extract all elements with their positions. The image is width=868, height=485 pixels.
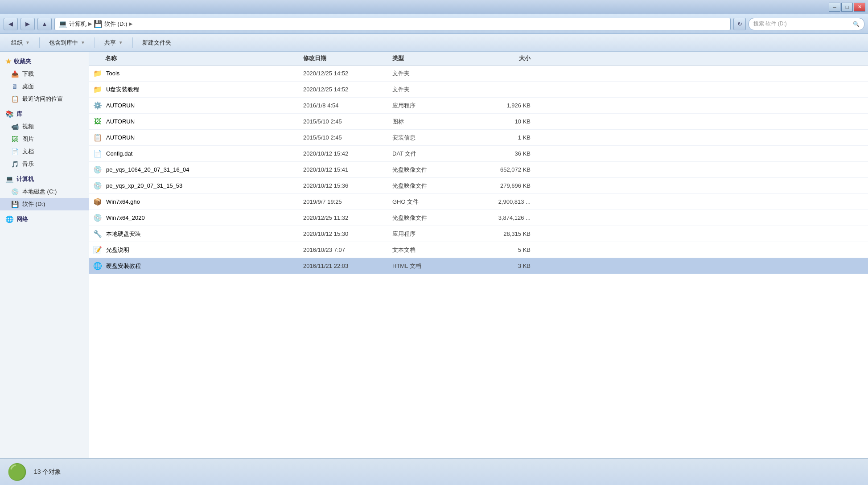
table-row[interactable]: 🖼 AUTORUN 2015/5/10 2:45 图标 10 KB [89, 114, 868, 130]
table-row[interactable]: 📋 AUTORUN 2015/5/10 2:45 安装信息 1 KB [89, 130, 868, 146]
file-icon: 📁 [93, 69, 103, 78]
col-header-date[interactable]: 修改日期 [303, 54, 392, 62]
path-drive: 软件 (D:) [104, 20, 127, 28]
library-header-label: 库 [16, 110, 22, 118]
computer-icon: 💻 [5, 175, 14, 183]
col-header-size[interactable]: 大小 [473, 54, 539, 62]
video-icon: 📹 [11, 123, 19, 131]
file-icon: 🖼 [93, 117, 103, 127]
sidebar-item-image[interactable]: 🖼 图片 [0, 133, 89, 145]
address-path[interactable]: 💻 计算机 ▶ 💾 软件 (D:) ▶ [54, 18, 731, 30]
file-cell-name: 🌐 硬盘安装教程 [89, 261, 303, 271]
desktop-icon: 🖥 [11, 82, 19, 90]
file-cell-size: 28,315 KB [473, 230, 539, 237]
path-computer: 计算机 [69, 20, 86, 28]
file-cell-size: 652,072 KB [473, 166, 539, 173]
file-name-label: AUTORUN [106, 118, 135, 125]
addressbar: ◀ ▶ ▲ 💻 计算机 ▶ 💾 软件 (D:) ▶ ↻ 搜索 软件 (D:) 🔍 [0, 14, 868, 34]
file-cell-name: 🖼 AUTORUN [89, 117, 303, 127]
sidebar-image-label: 图片 [22, 135, 34, 143]
col-header-type[interactable]: 类型 [392, 54, 473, 62]
sidebar-library-section: 📚 库 📹 视频 🖼 图片 📄 文档 🎵 音乐 [0, 108, 89, 170]
table-row[interactable]: 📝 光盘说明 2016/10/23 7:07 文本文档 5 KB [89, 242, 868, 258]
back-button[interactable]: ◀ [4, 18, 18, 30]
file-cell-name: 📋 AUTORUN [89, 133, 303, 143]
up-button[interactable]: ▲ [37, 18, 52, 30]
refresh-button[interactable]: ↻ [733, 18, 746, 30]
file-icon: 💿 [93, 165, 103, 175]
table-row[interactable]: 📁 U盘安装教程 2020/12/25 14:52 文件夹 [89, 82, 868, 98]
table-row[interactable]: 📄 Config.dat 2020/10/12 15:42 DAT 文件 36 … [89, 146, 868, 162]
file-cell-type: 光盘映像文件 [392, 182, 473, 190]
table-row[interactable]: 📁 Tools 2020/12/25 14:52 文件夹 [89, 66, 868, 82]
sidebar-item-download[interactable]: 📥 下载 [0, 68, 89, 80]
sidebar-drive-d-label: 软件 (D:) [22, 200, 45, 208]
file-icon: 📦 [93, 197, 103, 207]
file-cell-type: 光盘映像文件 [392, 214, 473, 222]
library-icon: 📚 [5, 110, 14, 118]
sidebar-desktop-label: 桌面 [22, 82, 34, 90]
include-label: 包含到库中 [49, 39, 78, 47]
table-row[interactable]: 💿 pe_yqs_xp_20_07_31_15_53 2020/10/12 15… [89, 178, 868, 194]
file-cell-size: 36 KB [473, 150, 539, 157]
file-icon: 💿 [93, 181, 103, 191]
sidebar-music-label: 音乐 [22, 160, 34, 168]
forward-button[interactable]: ▶ [21, 18, 35, 30]
share-button[interactable]: 共享 ▼ [99, 36, 129, 49]
toolbar-separator-1 [39, 37, 40, 48]
statusbar: 🟢 13 个对象 [0, 458, 868, 485]
file-cell-type: 光盘映像文件 [392, 166, 473, 174]
file-cell-size: 5 KB [473, 247, 539, 253]
maximize-button[interactable]: □ [841, 3, 853, 12]
table-row[interactable]: 💿 pe_yqs_1064_20_07_31_16_04 2020/10/12 … [89, 162, 868, 178]
sidebar-drive-c-label: 本地磁盘 (C:) [22, 188, 57, 196]
sidebar-network-header[interactable]: 🌐 网络 [0, 213, 89, 226]
file-name-label: Tools [106, 70, 119, 77]
toolbar-separator-3 [132, 37, 133, 48]
sidebar-item-music[interactable]: 🎵 音乐 [0, 158, 89, 170]
file-icon: 🔧 [93, 229, 103, 239]
main-area: ★ 收藏夹 📥 下载 🖥 桌面 📋 最近访问的位置 📚 库 [0, 52, 868, 458]
close-button[interactable]: ✕ [854, 3, 865, 12]
sidebar-item-drive-d[interactable]: 💾 软件 (D:) [0, 198, 89, 210]
file-cell-date: 2020/12/25 14:52 [303, 70, 392, 77]
file-name-label: 本地硬盘安装 [106, 230, 141, 238]
file-cell-name: 📁 U盘安装教程 [89, 85, 303, 95]
file-cell-date: 2020/10/12 15:30 [303, 230, 392, 237]
organize-chevron: ▼ [25, 40, 30, 45]
sidebar-item-drive-c[interactable]: 💿 本地磁盘 (C:) [0, 185, 89, 198]
table-row[interactable]: 🔧 本地硬盘安装 2020/10/12 15:30 应用程序 28,315 KB [89, 226, 868, 242]
sidebar-item-video[interactable]: 📹 视频 [0, 120, 89, 133]
favorites-header-label: 收藏夹 [14, 58, 31, 66]
sidebar-item-desktop[interactable]: 🖥 桌面 [0, 80, 89, 93]
sidebar-item-recent[interactable]: 📋 最近访问的位置 [0, 93, 89, 105]
sidebar-computer-header[interactable]: 💻 计算机 [0, 173, 89, 185]
sidebar-item-document[interactable]: 📄 文档 [0, 145, 89, 158]
file-cell-type: 安装信息 [392, 134, 473, 142]
search-placeholder: 搜索 软件 (D:) [753, 20, 787, 28]
include-chevron: ▼ [81, 40, 85, 45]
sidebar-favorites-header[interactable]: ★ 收藏夹 [0, 55, 89, 68]
include-button[interactable]: 包含到库中 ▼ [43, 36, 91, 49]
file-cell-size: 1,926 KB [473, 102, 539, 109]
table-row[interactable]: 💿 Win7x64_2020 2020/12/25 11:32 光盘映像文件 3… [89, 210, 868, 226]
col-header-name[interactable]: 名称 [89, 54, 303, 62]
minimize-button[interactable]: ─ [829, 3, 840, 12]
file-cell-name: 🔧 本地硬盘安装 [89, 229, 303, 239]
file-cell-type: 文件夹 [392, 86, 473, 94]
file-cell-name: 📦 Win7x64.gho [89, 197, 303, 207]
download-icon: 📥 [11, 70, 19, 78]
new-folder-button[interactable]: 新建文件夹 [136, 36, 177, 49]
organize-label: 组织 [11, 39, 23, 47]
table-row[interactable]: 🌐 硬盘安装教程 2016/11/21 22:03 HTML 文档 3 KB [89, 258, 868, 274]
file-cell-size: 279,696 KB [473, 182, 539, 189]
organize-button[interactable]: 组织 ▼ [5, 36, 36, 49]
search-box[interactable]: 搜索 软件 (D:) 🔍 [749, 18, 864, 30]
file-cell-type: 应用程序 [392, 230, 473, 238]
table-row[interactable]: ⚙️ AUTORUN 2016/1/8 4:54 应用程序 1,926 KB [89, 98, 868, 114]
file-cell-name: 📁 Tools [89, 69, 303, 78]
file-cell-date: 2019/9/7 19:25 [303, 198, 392, 205]
file-icon: 📁 [93, 85, 103, 95]
sidebar-library-header[interactable]: 📚 库 [0, 108, 89, 120]
table-row[interactable]: 📦 Win7x64.gho 2019/9/7 19:25 GHO 文件 2,90… [89, 194, 868, 210]
